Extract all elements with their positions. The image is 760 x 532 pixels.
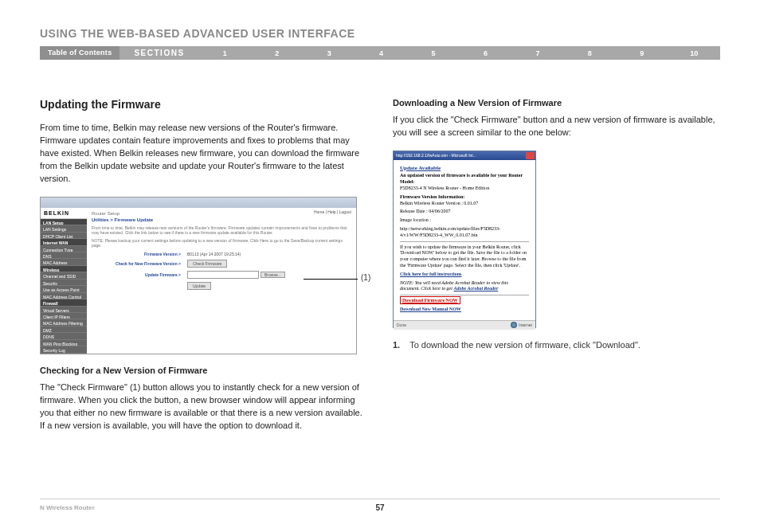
sidebar-item: Security — [41, 280, 87, 286]
update-subtext: An updated version of firmware is availa… — [400, 173, 529, 178]
page-number: 57 — [375, 503, 384, 512]
nav-section-6[interactable]: 6 — [460, 49, 511, 57]
model-value: F5D8233-4 N Wireless Router - Home Editi… — [400, 186, 529, 192]
breadcrumb: Utilities > Firmware Update — [92, 217, 351, 222]
model-label: Model: — [400, 179, 529, 184]
check-fw-label: Check for New Firmware Version > — [92, 261, 187, 266]
download-paragraph: If you click the "Check Firmware" button… — [393, 114, 720, 139]
close-icon[interactable] — [526, 152, 535, 159]
update-button[interactable]: Update — [187, 282, 211, 290]
update-available-heading: Update Available — [400, 165, 529, 171]
right-column: Downloading a New Version of Firmware If… — [393, 98, 720, 443]
sidebar-item: Channel and SSID — [41, 272, 87, 279]
adobe-link[interactable]: Adobe Acrobat Reader — [453, 286, 498, 291]
sidebar-item: DHCP Client List — [41, 233, 87, 239]
update-fw-label: Update Firmware > — [92, 272, 187, 277]
instructions: If you wish to update the firmware in yo… — [400, 244, 529, 269]
check-firmware-button[interactable]: Check Firmware — [187, 260, 227, 268]
page-footer: N Wireless Router 57 — [40, 499, 720, 511]
fw-description: From time to time, Belkin may release ne… — [92, 225, 351, 236]
sidebar-item: MAC Address Filtering — [41, 319, 87, 326]
intro-paragraph: From time to time, Belkin may release ne… — [40, 122, 367, 186]
nav-toc[interactable]: Table of Contents — [40, 46, 119, 60]
belkin-logo: BELKIN — [41, 208, 87, 219]
subsection-heading: Checking for a New Version of Firmware — [40, 366, 367, 375]
step-1: 1. To download the new version of firmwa… — [393, 339, 720, 352]
fw-version-label: Firmware Version > — [92, 252, 187, 256]
nav-section-2[interactable]: 2 — [251, 49, 303, 57]
sidebar-item: DDNS — [41, 333, 87, 339]
popup-titlebar: http://192.168.2.1/fwAuto.stm - Microsof… — [394, 151, 535, 160]
globe-icon — [511, 322, 517, 328]
download-manual-link[interactable]: Download New Manual NOW — [400, 307, 461, 311]
fvi-url: http://networking.belkin.com/update/file… — [400, 226, 529, 239]
fvi-version: Belkin Wireless Router Version : 0.01.07 — [400, 201, 529, 207]
sidebar-item: DNS — [41, 252, 87, 259]
nav-section-8[interactable]: 8 — [564, 49, 616, 57]
router-main-panel: Router Setup Utilities > Firmware Update… — [87, 208, 356, 354]
sidebar-item: Use as Access Point — [41, 286, 87, 292]
nav-section-7[interactable]: 7 — [511, 49, 563, 57]
check-fw-paragraph: The "Check Firmware" (1) button allows y… — [40, 381, 367, 432]
fvi-loc-label: Image location : — [400, 217, 529, 224]
nav-section-3[interactable]: 3 — [303, 49, 355, 57]
popup-title: http://192.168.2.1/fwAuto.stm - Microsof… — [394, 153, 526, 158]
download-firmware-link[interactable]: Download Firmware NOW — [400, 296, 460, 304]
router-ui-screenshot: BELKIN LAN Setup LAN Settings DHCP Clien… — [40, 197, 357, 354]
nav-section-1[interactable]: 1 — [199, 49, 251, 57]
nav-sections-label: SECTIONS — [119, 49, 198, 57]
sidebar-item: LAN Settings — [41, 225, 87, 232]
browse-button[interactable]: Browse... — [261, 272, 285, 278]
sidebar-item: Internet WAN — [41, 239, 87, 245]
sidebar-item: MAC Address Control — [41, 293, 87, 299]
fw-note: NOTE: Please backup your current setting… — [92, 238, 351, 248]
callout-label: (1) — [361, 273, 370, 282]
router-sidebar: BELKIN LAN Setup LAN Settings DHCP Clien… — [41, 208, 87, 354]
fw-version-value: B0113 (Apr 14 2007 19:25:14) — [187, 252, 241, 256]
top-links: Home | Help | Logout — [314, 209, 351, 214]
chapter-title: USING THE WEB-BASED ADVANCED USER INTERF… — [40, 27, 720, 40]
callout-line — [304, 279, 358, 280]
nav-section-9[interactable]: 9 — [616, 49, 668, 57]
update-popup-screenshot: http://192.168.2.1/fwAuto.stm - Microsof… — [393, 151, 536, 328]
section-heading: Updating the Firmware — [40, 98, 367, 111]
fw-file-input[interactable] — [187, 271, 259, 279]
nav-bar: Table of Contents SECTIONS 1 2 3 4 5 6 7… — [40, 46, 720, 60]
sidebar-item: Wireless — [41, 266, 87, 272]
sidebar-item: DMZ — [41, 327, 87, 333]
fvi-date: Release Date : 04/06/2007 — [400, 209, 529, 215]
sidebar-item: Virtual Servers — [41, 307, 87, 313]
sidebar-item: Connection Type — [41, 246, 87, 252]
sidebar-item: Client IP Filters — [41, 313, 87, 319]
step-number: 1. — [393, 339, 400, 352]
full-instructions-link[interactable]: Click here for full instructions — [400, 272, 461, 276]
status-internet: Internet — [519, 323, 532, 327]
product-name: N Wireless Router — [40, 504, 95, 511]
sidebar-item: MAC Address — [41, 259, 87, 265]
status-bar: Done Internet — [394, 320, 535, 330]
subsection-heading: Downloading a New Version of Firmware — [393, 98, 720, 108]
sidebar-item: Firewall — [41, 299, 87, 306]
nav-section-5[interactable]: 5 — [407, 49, 459, 57]
status-done: Done — [397, 323, 406, 327]
fvi-label: Firmware Version Information: — [400, 194, 529, 199]
step-text: To download the new version of firmware,… — [409, 339, 641, 352]
left-column: Updating the Firmware From time to time,… — [40, 98, 367, 443]
window-titlebar — [41, 198, 356, 208]
router-setup-label: Router Setup — [92, 211, 351, 216]
nav-section-10[interactable]: 10 — [668, 49, 720, 57]
sidebar-item: LAN Setup — [41, 219, 87, 225]
nav-section-4[interactable]: 4 — [355, 49, 407, 57]
sidebar-item: Security Log — [41, 346, 87, 353]
sidebar-item: WAN Ping Blocking — [41, 340, 87, 346]
